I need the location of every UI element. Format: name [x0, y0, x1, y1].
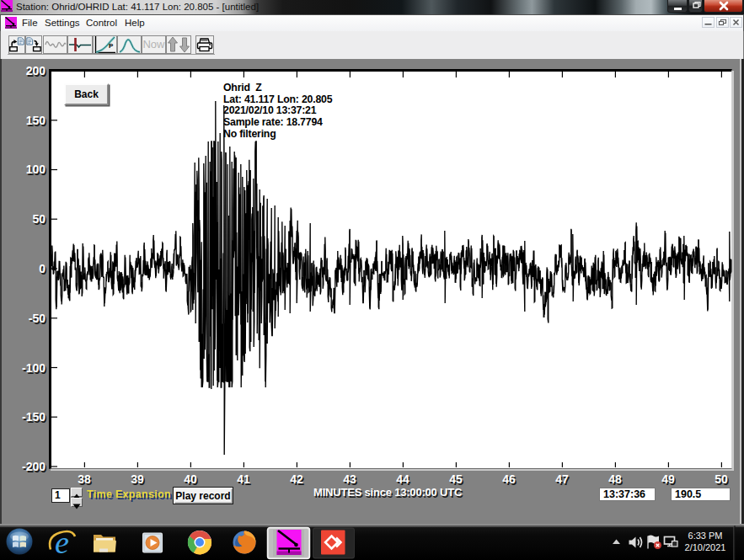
- svg-text:e: e: [55, 525, 69, 560]
